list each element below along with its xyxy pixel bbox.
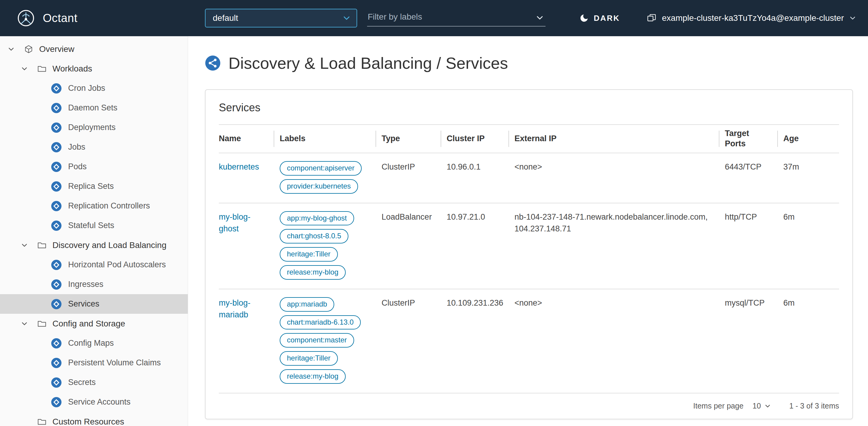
sidebar-item-label: Persistent Volume Claims xyxy=(68,358,161,367)
sidebar-item-ingresses[interactable]: Ingresses xyxy=(0,275,188,294)
chevron-down-icon xyxy=(849,15,856,22)
sidebar-item-label: Stateful Sets xyxy=(68,221,114,230)
column-header-type: Type xyxy=(381,134,447,144)
sidebar-item-stateful-sets[interactable]: Stateful Sets xyxy=(0,216,188,235)
label-filter xyxy=(367,10,546,27)
labels-cell: component:apiserver provider:kubernetes xyxy=(280,161,381,197)
external-ip: <none> xyxy=(515,297,725,388)
label-badge[interactable]: heritage:Tiller xyxy=(280,351,338,366)
label-badge[interactable]: chart:ghost-8.0.5 xyxy=(280,229,348,244)
resource-icon xyxy=(51,201,61,211)
resource-icon xyxy=(51,377,61,388)
sidebar-item-config-maps[interactable]: Config Maps xyxy=(0,333,188,353)
app-header: Octant default DARK example-cluster-ka3T… xyxy=(0,0,868,36)
label-badge[interactable]: release:my-blog xyxy=(280,369,346,384)
sidebar-item-label: Cron Jobs xyxy=(68,84,105,93)
overview-icon xyxy=(24,45,33,54)
sidebar-item-label: Jobs xyxy=(68,142,85,152)
services-table: Name Labels Type Cluster IP External IP … xyxy=(219,124,839,419)
label-badge[interactable]: release:my-blog xyxy=(280,265,346,280)
sidebar-item-horizontal-pod-autoscalers[interactable]: Horizontal Pod Autoscalers xyxy=(0,255,188,275)
sidebar-item-label: Ingresses xyxy=(68,280,103,289)
sidebar-item-label: Replica Sets xyxy=(68,181,114,191)
sidebar-item-daemon-sets[interactable]: Daemon Sets xyxy=(0,98,188,118)
octant-logo-icon xyxy=(17,9,35,27)
resource-icon xyxy=(51,221,61,231)
sidebar-item-pods[interactable]: Pods xyxy=(0,157,188,176)
sidebar-item-label: Replication Controllers xyxy=(68,201,150,210)
namespace-value: default xyxy=(213,13,238,23)
sidebar-item-label: Config and Storage xyxy=(53,319,125,329)
label-badge[interactable]: chart:mariadb-6.13.0 xyxy=(280,315,361,330)
folder-icon xyxy=(37,241,46,250)
chevron-down-icon xyxy=(536,14,544,22)
label-badge[interactable]: provider:kubernetes xyxy=(280,179,358,194)
discovery-load-balancing-icon xyxy=(205,55,221,71)
namespace-select[interactable]: default xyxy=(205,9,357,27)
sidebar-item-custom-resources[interactable]: Custom Resources xyxy=(0,412,188,426)
sidebar-item-persistent-volume-claims[interactable]: Persistent Volume Claims xyxy=(0,353,188,373)
resource-icon xyxy=(51,122,61,133)
resource-icon xyxy=(51,358,61,368)
label-badge[interactable]: component:master xyxy=(280,333,354,347)
chevron-down-icon[interactable] xyxy=(8,46,14,53)
items-per-page-select[interactable]: 10 xyxy=(752,402,771,410)
sidebar-item-label: Discovery and Load Balancing xyxy=(53,240,166,250)
external-ip: <none> xyxy=(515,161,725,197)
resource-icon xyxy=(51,338,61,348)
sidebar-item-deployments[interactable]: Deployments xyxy=(0,118,188,137)
cluster-context-icon xyxy=(647,13,656,23)
pagination-range: 1 - 3 of 3 items xyxy=(789,402,839,410)
sidebar-item-label: Secrets xyxy=(68,378,96,387)
sidebar-item-replica-sets[interactable]: Replica Sets xyxy=(0,176,188,196)
theme-toggle-button[interactable]: DARK xyxy=(579,0,620,36)
service-name-link[interactable]: my-blog-ghost xyxy=(219,212,250,233)
folder-icon xyxy=(37,64,46,73)
service-name-link[interactable]: my-blog-mariadb xyxy=(219,299,250,319)
service-type: ClusterIP xyxy=(381,161,447,197)
label-badge[interactable]: heritage:Tiller xyxy=(280,247,338,262)
pagination-bar: Items per page 10 1 - 3 of 3 items xyxy=(219,393,839,419)
app-logo[interactable]: Octant xyxy=(17,9,78,27)
sidebar-item-discovery-and-load-balancing[interactable]: Discovery and Load Balancing xyxy=(0,235,188,255)
sidebar-item-label: Pods xyxy=(68,162,87,171)
age: 6m xyxy=(783,211,837,283)
sidebar-item-service-accounts[interactable]: Service Accounts xyxy=(0,392,188,412)
column-header-age: Age xyxy=(783,134,837,144)
age: 37m xyxy=(783,161,837,197)
table-row: kubernetes component:apiserver provider:… xyxy=(219,153,839,203)
items-per-page-label: Items per page xyxy=(693,402,744,410)
sidebar-item-services[interactable]: Services xyxy=(0,294,188,314)
card-title: Services xyxy=(219,102,839,114)
sidebar-item-secrets[interactable]: Secrets xyxy=(0,373,188,392)
label-badge[interactable]: app:my-blog-ghost xyxy=(280,211,354,226)
sidebar-item-workloads[interactable]: Workloads xyxy=(0,59,188,79)
sidebar-item-replication-controllers[interactable]: Replication Controllers xyxy=(0,196,188,216)
items-per-page-value: 10 xyxy=(752,402,761,410)
table-header-row: Name Labels Type Cluster IP External IP … xyxy=(219,125,839,153)
cluster-ip: 10.96.0.1 xyxy=(447,161,515,197)
filter-by-labels-input[interactable] xyxy=(367,10,546,27)
sidebar-item-config-and-storage[interactable]: Config and Storage xyxy=(0,314,188,333)
service-type: ClusterIP xyxy=(381,297,447,388)
age: 6m xyxy=(783,297,837,388)
column-header-target-ports: Target Ports xyxy=(725,129,783,149)
labels-cell: app:my-blog-ghost chart:ghost-8.0.5 heri… xyxy=(280,211,381,283)
sidebar-item-jobs[interactable]: Jobs xyxy=(0,137,188,157)
chevron-down-icon[interactable] xyxy=(21,65,28,72)
service-name-link[interactable]: kubernetes xyxy=(219,162,259,171)
resource-icon xyxy=(51,279,61,290)
sidebar-item-overview[interactable]: Overview xyxy=(0,39,188,59)
column-header-labels: Labels xyxy=(280,134,381,144)
chevron-down-icon[interactable] xyxy=(21,320,28,327)
target-ports: mysql/TCP xyxy=(725,297,783,388)
sidebar-item-label: Deployments xyxy=(68,123,116,132)
sidebar-item-cron-jobs[interactable]: Cron Jobs xyxy=(0,79,188,98)
chevron-down-icon[interactable] xyxy=(21,242,28,249)
label-badge[interactable]: component:apiserver xyxy=(280,161,362,176)
resource-icon xyxy=(51,103,61,113)
sidebar-item-label: Config Maps xyxy=(68,339,114,348)
label-badge[interactable]: app:mariadb xyxy=(280,297,334,312)
column-header-external-ip: External IP xyxy=(515,134,725,144)
context-selector[interactable]: example-cluster-ka3TuTzYo4a@example-clus… xyxy=(647,0,856,36)
